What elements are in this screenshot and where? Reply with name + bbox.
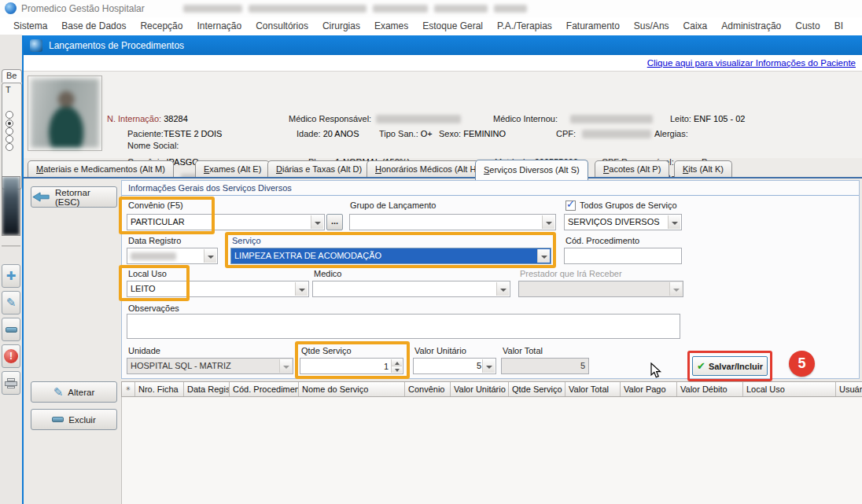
- menu-administracao[interactable]: Administração: [714, 17, 788, 35]
- column-header-data-regist[interactable]: Data Regist: [184, 382, 230, 396]
- minus-icon: [52, 417, 64, 422]
- tab-servicos-diversos[interactable]: Serviços Diversos (Alt S): [475, 160, 588, 180]
- chevron-down-icon[interactable]: [537, 249, 550, 263]
- chevron-down-icon[interactable]: [311, 215, 323, 229]
- data-registro-combobox[interactable]: [127, 248, 218, 264]
- local-uso-value: LEITO: [131, 284, 156, 293]
- menu-sus-ans[interactable]: Sus/Ans: [627, 17, 676, 35]
- chevron-down-icon[interactable]: [482, 359, 495, 373]
- grupo-servico-combobox[interactable]: SERVIÇOS DIVERSOS: [564, 214, 682, 230]
- redacted-text: [376, 115, 461, 123]
- local-uso-combobox[interactable]: LEITO: [127, 281, 309, 297]
- excluir-button[interactable]: Excluir: [31, 409, 117, 430]
- alterar-button[interactable]: ✎ Alterar: [31, 381, 117, 403]
- tab-pacotes[interactable]: Pacotes (Alt P): [595, 160, 669, 177]
- column-header-local-uso[interactable]: Local Uso: [743, 382, 836, 396]
- column-header-convenio[interactable]: Convênio: [405, 382, 451, 396]
- menu-exames[interactable]: Exames: [367, 17, 415, 35]
- unidade-combobox: HOSPITAL SQL - MATRIZ: [127, 358, 293, 374]
- cod-procedimento-input[interactable]: [564, 248, 682, 264]
- excluir-label: Excluir: [68, 415, 96, 425]
- pencil-icon: ✎: [6, 296, 17, 310]
- redacted-text: [582, 130, 651, 138]
- alert-button[interactable]: !: [2, 344, 20, 368]
- tab-diarias-taxas[interactable]: Diárias e Taxas (Alt D): [267, 160, 370, 177]
- column-header-cod-procediment[interactable]: Cód. Procediment: [230, 382, 299, 396]
- valor-total-label: Valor Total: [503, 346, 543, 355]
- app-icon: [5, 2, 17, 14]
- field-idade: Idade: 20 ANOS: [297, 129, 359, 138]
- tab-exames[interactable]: Exames (Alt E): [195, 160, 270, 177]
- radio-option-1[interactable]: [6, 111, 13, 119]
- prestador-combobox-disabled: [518, 281, 683, 297]
- spin-down-icon[interactable]: [392, 366, 402, 373]
- retornar-button[interactable]: Retornar (ESC): [31, 186, 117, 208]
- convenio-browse-button[interactable]: ...: [326, 214, 343, 230]
- patient-info-link[interactable]: Clique aqui para visualizar Informações …: [647, 58, 856, 68]
- qtde-servico-stepper[interactable]: 1: [300, 358, 403, 374]
- field-tipo-sanguineo: Tipo San.: O+: [379, 129, 433, 138]
- radio-option-5[interactable]: [6, 143, 13, 151]
- radio-option-4[interactable]: [6, 135, 13, 143]
- menu-recepcao[interactable]: Recepção: [133, 17, 190, 35]
- spin-up-icon[interactable]: [392, 359, 402, 366]
- background-photo-thumbnail: [2, 176, 20, 236]
- radio-option-3[interactable]: [6, 127, 13, 135]
- observacoes-textarea[interactable]: [127, 314, 680, 339]
- menu-bi[interactable]: BI: [827, 17, 850, 35]
- column-header-valor-unitario[interactable]: Valor Unitário: [451, 382, 509, 396]
- menu-faturamento[interactable]: Faturamento: [559, 17, 627, 35]
- servico-combobox[interactable]: LIMPEZA EXTRA DE ACOMODAÇÃO: [230, 248, 551, 264]
- data-registro-label: Data Registro: [128, 236, 181, 245]
- check-icon: ✓: [566, 198, 575, 210]
- column-header-qtde-servico[interactable]: Qtde Serviço: [509, 382, 565, 396]
- column-header-nome-servico[interactable]: Nome do Serviço: [299, 382, 405, 396]
- salvar-incluir-button[interactable]: ✔ Salvar/Incluir: [692, 356, 768, 376]
- valor-unitario-combobox[interactable]: 5: [413, 358, 496, 374]
- column-header-valor-total[interactable]: Valor Total: [565, 382, 621, 396]
- menu-base-de-dados[interactable]: Base de Dados: [54, 17, 133, 35]
- radio-option-2-selected[interactable]: [6, 120, 13, 127]
- dialog-title: Lançamentos de Procedimentos: [49, 40, 184, 51]
- add-button[interactable]: ✚: [2, 264, 20, 288]
- chevron-down-icon[interactable]: [542, 215, 554, 229]
- tab-materiais-medicamentos[interactable]: Materiais e Medicamentos (Alt M): [28, 160, 174, 177]
- servico-label: Serviço: [232, 236, 261, 245]
- background-tab[interactable]: Be: [2, 69, 22, 83]
- menu-sistema[interactable]: Sistema: [6, 17, 54, 35]
- tab-content: Retornar (ESC) ✎ Alterar Excluir Informa…: [24, 178, 862, 504]
- divider: [2, 245, 20, 247]
- medico-combobox[interactable]: [312, 281, 510, 297]
- todos-grupos-checkbox[interactable]: ✓: [565, 200, 576, 211]
- valor-total-value: 5: [580, 361, 585, 370]
- tab-strip: Materiais e Medicamentos (Alt M) Exames …: [24, 158, 862, 178]
- chevron-down-icon[interactable]: [204, 249, 216, 263]
- edit-button[interactable]: ✎: [2, 291, 20, 315]
- groupbox-title-line: [122, 195, 859, 196]
- column-header-valor-pago[interactable]: Valor Pago: [621, 382, 677, 396]
- chevron-down-icon[interactable]: [496, 282, 509, 296]
- menu-estoque-geral[interactable]: Estoque Geral: [415, 17, 490, 35]
- column-header-valor-debito[interactable]: Valor Débito: [677, 382, 743, 396]
- chevron-down-icon[interactable]: [668, 215, 680, 229]
- tab-kits[interactable]: Kits (Alt K): [674, 160, 732, 177]
- print-button[interactable]: [2, 371, 20, 395]
- chevron-down-icon[interactable]: [295, 282, 308, 296]
- redacted-text: [434, 5, 488, 13]
- app-title: Promedico Gestão Hospitalar: [21, 3, 145, 14]
- retornar-label: Retornar (ESC): [55, 188, 116, 207]
- menu-pa-terapias[interactable]: P.A./Terapias: [490, 17, 559, 35]
- convenio-combobox[interactable]: PARTICULAR: [127, 214, 325, 230]
- remove-button[interactable]: [2, 318, 20, 341]
- menu-caixa[interactable]: Caixa: [676, 17, 715, 35]
- column-header-usuario[interactable]: Usuário: [836, 382, 862, 396]
- menu-custo[interactable]: Custo: [788, 17, 827, 35]
- menu-internacao[interactable]: Internação: [190, 17, 249, 35]
- results-grid-body[interactable]: [121, 397, 862, 504]
- arrow-left-icon: [31, 192, 50, 202]
- menu-consultorios[interactable]: Consultórios: [249, 17, 315, 35]
- menu-cirurgias[interactable]: Cirurgias: [315, 17, 367, 35]
- grupo-lancamento-combobox[interactable]: [349, 214, 556, 230]
- tab-honorarios-medicos[interactable]: Honorários Médicos (Alt H): [367, 160, 488, 177]
- column-header-nro-ficha[interactable]: Nro. Ficha: [135, 382, 184, 396]
